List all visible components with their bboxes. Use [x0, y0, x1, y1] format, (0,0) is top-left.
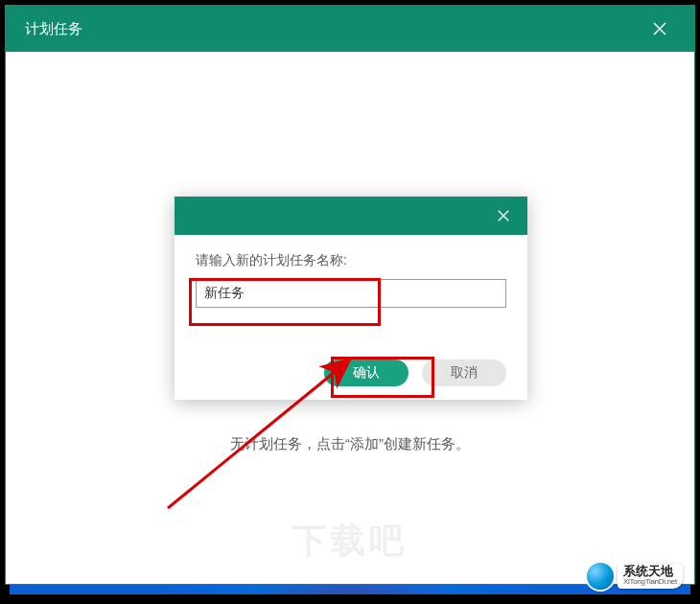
window-title: 计划任务: [25, 20, 82, 38]
watermark-text: 下载吧: [292, 518, 408, 565]
empty-state-text: 无计划任务，点击“添加”创建新任务。: [6, 435, 694, 453]
site-logo: 系统天地 XiTongTianDi.net: [587, 559, 688, 593]
dialog-input-row: [196, 279, 506, 308]
logo-cn: 系统天地: [623, 565, 677, 578]
task-name-input[interactable]: [196, 279, 506, 308]
titlebar: 计划任务: [6, 6, 694, 52]
ok-button[interactable]: 确认: [324, 360, 408, 386]
screenshot-frame: 计划任务 下载吧 无计划任务，点击“添加”创建新任务。 请输入新的计划任务名称:: [0, 0, 700, 604]
new-task-dialog: 请输入新的计划任务名称: 确认 取消: [175, 197, 527, 400]
dialog-footer: 确认 取消: [324, 360, 506, 386]
logo-en: XiTongTianDi.net: [623, 578, 677, 587]
logo-text: 系统天地 XiTongTianDi.net: [618, 564, 683, 589]
close-icon: [497, 209, 510, 222]
dialog-prompt: 请输入新的计划任务名称:: [196, 252, 506, 269]
dialog-close-button[interactable]: [489, 201, 518, 230]
window-close-button[interactable]: [641, 10, 679, 48]
close-icon: [652, 21, 667, 36]
cancel-button[interactable]: 取消: [422, 360, 506, 386]
dialog-header: [175, 197, 527, 235]
globe-icon: [587, 563, 614, 590]
dialog-body: 请输入新的计划任务名称:: [175, 235, 527, 317]
